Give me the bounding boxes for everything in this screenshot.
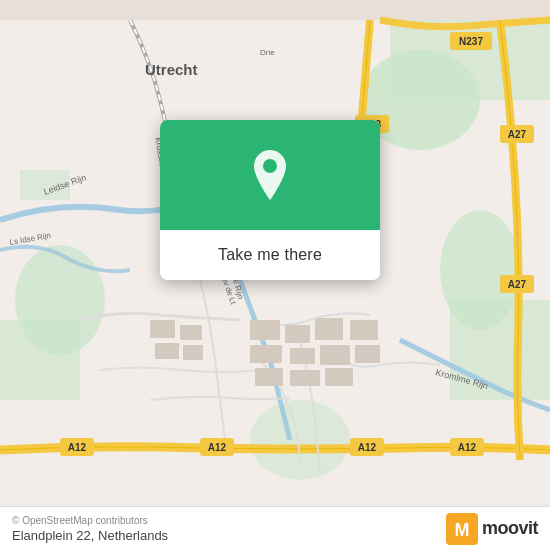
svg-text:A12: A12 xyxy=(458,442,477,453)
svg-rect-17 xyxy=(255,368,283,386)
svg-text:A12: A12 xyxy=(68,442,87,453)
svg-rect-18 xyxy=(290,370,320,386)
svg-point-48 xyxy=(263,159,277,173)
svg-rect-10 xyxy=(285,325,310,343)
address-text: Elandplein 22, Netherlands xyxy=(12,528,168,543)
svg-rect-14 xyxy=(320,345,350,365)
copyright-text: © OpenStreetMap contributors xyxy=(12,515,168,526)
svg-text:A12: A12 xyxy=(358,442,377,453)
popup-green-area xyxy=(160,120,380,230)
svg-text:A27: A27 xyxy=(508,129,527,140)
svg-text:A27: A27 xyxy=(508,279,527,290)
svg-rect-16 xyxy=(355,345,380,363)
svg-text:M: M xyxy=(454,520,469,540)
svg-rect-23 xyxy=(183,345,203,360)
svg-rect-6 xyxy=(0,320,80,400)
svg-rect-13 xyxy=(290,348,315,364)
svg-text:Utrecht: Utrecht xyxy=(145,61,198,78)
location-pin-icon xyxy=(248,148,292,202)
svg-rect-19 xyxy=(325,368,353,386)
svg-text:A12: A12 xyxy=(208,442,227,453)
take-me-there-button[interactable]: Take me there xyxy=(210,242,330,268)
svg-rect-22 xyxy=(155,343,179,359)
moovit-logo-icon: M xyxy=(446,513,478,545)
popup-card: Take me there xyxy=(160,120,380,280)
svg-rect-21 xyxy=(180,325,202,340)
svg-rect-11 xyxy=(315,318,343,340)
popup-button-area: Take me there xyxy=(160,230,380,280)
svg-rect-12 xyxy=(250,345,282,363)
svg-rect-15 xyxy=(350,320,378,340)
bottom-bar: © OpenStreetMap contributors Elandplein … xyxy=(0,506,550,550)
moovit-logo-text: moovit xyxy=(482,518,538,539)
svg-point-7 xyxy=(250,400,350,480)
svg-text:Drie: Drie xyxy=(260,48,275,57)
map-container: N237 A28 A27 A27 A12 A12 A12 A12 Utrecht… xyxy=(0,0,550,550)
svg-text:N237: N237 xyxy=(459,36,483,47)
svg-rect-20 xyxy=(150,320,175,338)
svg-rect-9 xyxy=(250,320,280,340)
moovit-logo: M moovit xyxy=(446,513,538,545)
